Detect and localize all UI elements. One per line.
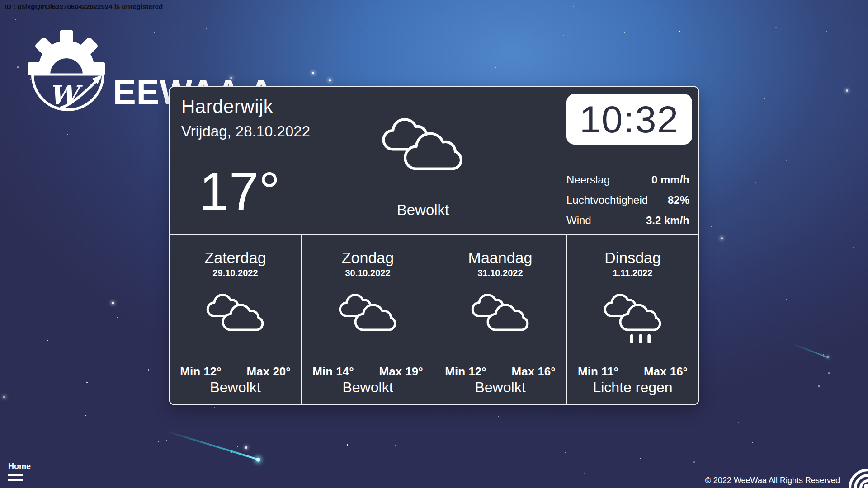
forecast-day-card: Zondag 30.10.2022 Min 14	[301, 235, 434, 404]
star	[783, 230, 783, 231]
menu-bar	[8, 474, 23, 476]
star	[679, 31, 680, 32]
forecast-day-date: 31.10.2022	[434, 268, 566, 278]
clouds-icon	[203, 290, 268, 346]
star	[786, 160, 787, 161]
star	[693, 461, 695, 463]
star	[755, 182, 756, 183]
min-temp: Min 12°	[445, 365, 486, 379]
star	[214, 407, 215, 408]
rain-clouds-icon	[600, 290, 665, 346]
weewaa-logo-icon: W	[27, 28, 108, 114]
star	[565, 452, 566, 453]
detail-row: Neerslag 0 mm/h	[566, 174, 689, 186]
registration-banner: ID : uslxgQIrOl6327060422022924 is unreg…	[5, 3, 163, 10]
star	[206, 28, 207, 29]
star	[721, 237, 723, 239]
current-date: Vrijdag, 28.10.2022	[181, 123, 310, 140]
forecast-condition: Bewolkt	[302, 379, 434, 396]
star	[312, 72, 314, 74]
star	[329, 79, 331, 81]
min-temp: Min 12°	[180, 365, 221, 379]
star	[86, 382, 88, 383]
star	[17, 66, 19, 68]
clouds-icon	[377, 112, 469, 172]
star	[61, 279, 61, 280]
forecast-day-name: Dinsdag	[567, 249, 698, 267]
star	[711, 226, 712, 227]
star	[47, 340, 48, 341]
star	[166, 440, 167, 441]
star	[775, 27, 777, 28]
detail-value: 0 mm/h	[651, 174, 689, 186]
rain-drops	[632, 336, 649, 342]
star	[828, 372, 830, 374]
star	[15, 19, 16, 20]
forecast-condition: Lichte regen	[567, 379, 698, 396]
detail-value: 3.2 km/h	[646, 214, 689, 227]
detail-row: Wind 3.2 km/h	[566, 214, 689, 226]
forecast-day-date: 30.10.2022	[302, 268, 434, 278]
star	[278, 434, 278, 435]
forecast-day-name: Zaterdag	[170, 249, 301, 267]
star	[498, 416, 499, 417]
detail-label: Neerslag	[566, 174, 610, 186]
detail-label: Wind	[566, 214, 591, 227]
forecast-day-card: Zaterdag 29.10.2022 Min	[170, 235, 301, 404]
detail-row: Luchtvochtigheid 82%	[566, 194, 689, 206]
clock-time: 10:32	[580, 100, 679, 138]
clouds-icon	[467, 290, 533, 346]
minmax-row: Min 12° Max 16°	[434, 365, 566, 379]
star	[495, 67, 496, 68]
weather-card: Harderwijk Vrijdag, 28.10.2022 17° Bewol…	[169, 86, 699, 405]
current-condition: Bewolkt	[354, 202, 492, 219]
home-button[interactable]: Home	[8, 462, 31, 481]
star	[563, 35, 564, 36]
max-temp: Max 19°	[379, 365, 423, 379]
star	[818, 385, 820, 387]
detail-label: Luchtvochtigheid	[566, 194, 648, 206]
star	[764, 98, 765, 99]
max-temp: Max 16°	[644, 365, 688, 379]
signal-arcs-icon	[844, 465, 868, 488]
minmax-row: Min 14° Max 19°	[302, 365, 434, 379]
max-temp: Max 20°	[247, 365, 291, 379]
star	[237, 446, 238, 447]
star	[245, 446, 247, 449]
star	[826, 31, 827, 32]
copyright-text: © 2022 WeeWaa All Rights Reserved	[705, 476, 840, 485]
star	[154, 32, 155, 33]
star	[158, 441, 159, 442]
forecast-day-card: Maandag 31.10.2022 Min 1	[434, 235, 566, 404]
star	[750, 108, 751, 108]
forecast-day-date: 1.11.2022	[567, 268, 698, 278]
min-temp: Min 11°	[578, 365, 618, 379]
star	[148, 369, 149, 371]
minmax-row: Min 12° Max 20°	[170, 365, 301, 379]
star	[117, 317, 118, 318]
home-label: Home	[8, 462, 31, 471]
star	[853, 247, 854, 248]
star	[85, 415, 86, 416]
minmax-row: Min 11° Max 16°	[567, 365, 698, 379]
forecast-day-name: Maandag	[434, 249, 566, 267]
weather-details: Neerslag 0 mm/h Luchtvochtigheid 82% Win…	[566, 174, 689, 235]
current-weather-section: Harderwijk Vrijdag, 28.10.2022 17° Bewol…	[170, 87, 698, 234]
forecast-day-name: Zondag	[302, 249, 434, 267]
star	[3, 396, 5, 398]
star	[573, 6, 574, 7]
star	[640, 458, 641, 459]
star	[395, 445, 396, 446]
star	[624, 32, 625, 33]
min-temp: Min 14°	[312, 365, 354, 379]
forecast-day-card: Dinsdag 1.11.2022 Min 11	[566, 235, 698, 404]
star	[584, 473, 585, 474]
weather-app-screen: ID : uslxgQIrOl6327060422022924 is unreg…	[0, 0, 868, 488]
star	[846, 89, 848, 92]
star	[786, 299, 787, 300]
forecast-day-date: 29.10.2022	[170, 268, 301, 278]
menu-bar	[8, 479, 23, 481]
detail-value: 82%	[668, 194, 689, 206]
forecast-condition: Bewolkt	[170, 379, 301, 396]
clock: 10:32	[566, 94, 692, 145]
